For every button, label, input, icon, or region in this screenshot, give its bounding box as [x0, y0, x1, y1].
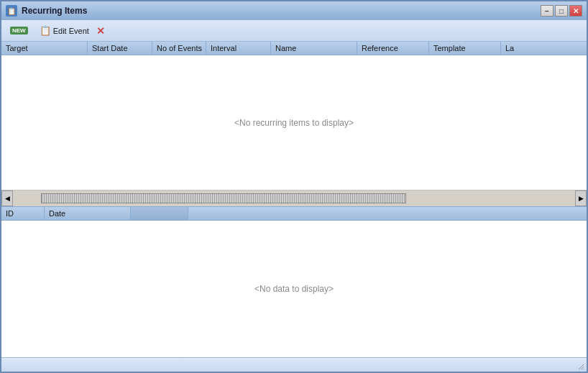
main-window: 📋 Recurring Items − □ ✕ NEW 📋 Edit Event…: [0, 0, 588, 373]
minimize-button[interactable]: −: [541, 5, 553, 17]
col-reference: Reference: [357, 42, 429, 55]
window-icon: 📋: [6, 5, 17, 17]
close-button[interactable]: ✕: [569, 5, 582, 17]
resize-grip[interactable]: [575, 361, 584, 369]
col-template: Template: [429, 42, 501, 55]
title-bar-left: 📋 Recurring Items: [6, 5, 87, 17]
lower-pane: ID Date <No data to display>: [1, 207, 587, 357]
horizontal-scrollbar[interactable]: ◀ ▶: [1, 190, 587, 206]
scrollbar-track[interactable]: [13, 190, 575, 206]
col-la: La: [501, 42, 537, 55]
title-bar-controls: − □ ✕: [541, 5, 582, 17]
title-bar: 📋 Recurring Items − □ ✕: [1, 1, 587, 20]
toolbar: NEW 📋 Edit Event ✕: [1, 20, 587, 42]
lower-empty-message: <No data to display>: [254, 284, 334, 294]
lower-table-header: ID Date: [1, 207, 587, 221]
lower-table-body: <No data to display>: [1, 221, 587, 357]
main-content: Target Start Date No of Events Interval …: [1, 42, 587, 357]
delete-icon[interactable]: ✕: [96, 25, 105, 37]
upper-table-body: <No recurring items to display>: [1, 55, 587, 190]
new-button[interactable]: NEW: [6, 25, 32, 36]
upper-table-header: Target Start Date No of Events Interval …: [1, 42, 587, 55]
edit-icon: 📋: [40, 25, 51, 37]
upper-empty-message: <No recurring items to display>: [234, 118, 354, 128]
col-noevents: No of Events: [152, 42, 206, 55]
col-name: Name: [271, 42, 357, 55]
window-title: Recurring Items: [22, 6, 87, 16]
edit-event-button[interactable]: 📋 Edit Event: [35, 24, 93, 38]
status-bar: [1, 357, 587, 372]
lower-col-extra: [131, 207, 188, 220]
maximize-button[interactable]: □: [555, 5, 568, 17]
lower-col-id: ID: [1, 207, 45, 220]
new-badge: NEW: [10, 27, 28, 34]
upper-pane: Target Start Date No of Events Interval …: [1, 42, 587, 207]
lower-col-date: Date: [45, 207, 131, 220]
svg-line-2: [583, 369, 584, 369]
scroll-left-button[interactable]: ◀: [1, 190, 13, 206]
col-target: Target: [1, 42, 88, 55]
col-interval: Interval: [206, 42, 271, 55]
edit-event-label: Edit Event: [53, 27, 89, 35]
scrollbar-thumb[interactable]: [41, 193, 406, 203]
col-startdate: Start Date: [88, 42, 152, 55]
scroll-right-button[interactable]: ▶: [575, 190, 587, 206]
